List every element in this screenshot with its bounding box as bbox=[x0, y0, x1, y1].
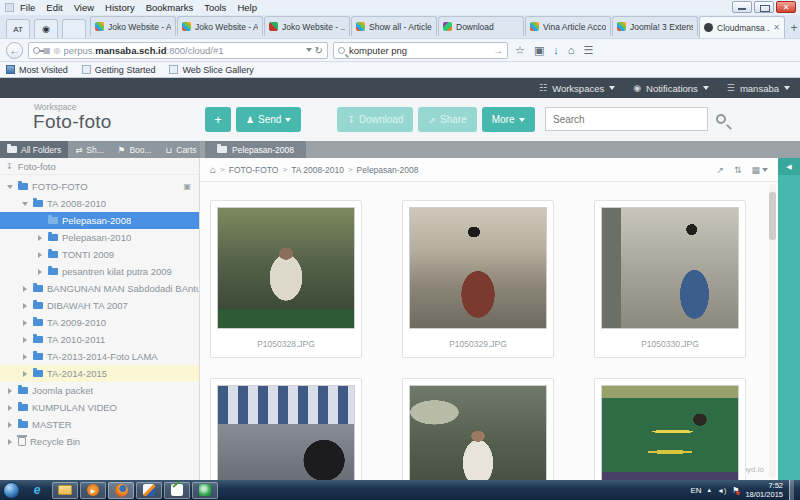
bookmark-star-icon[interactable]: ☆ bbox=[515, 44, 525, 57]
menu-file[interactable]: File bbox=[20, 2, 35, 13]
url-bar[interactable]: ▦ ◎ perpus.mansaba.sch.id:800/cloud/#1 ↻ bbox=[28, 42, 328, 59]
sidebar-tab-carts[interactable]: ⊔Carts bbox=[159, 141, 204, 158]
workspace-search-icon[interactable] bbox=[716, 114, 726, 124]
home-icon[interactable]: ⌂ bbox=[568, 44, 575, 56]
language-indicator[interactable]: EN bbox=[690, 486, 701, 495]
expand-icon[interactable]: ↗ bbox=[716, 165, 724, 175]
tree-item-tonti-2009[interactable]: TONTI 2009 bbox=[0, 246, 199, 263]
tree-item-ta-2010-2011[interactable]: TA 2010-2011 bbox=[0, 331, 199, 348]
sort-icon[interactable]: ⇅ bbox=[734, 165, 742, 175]
photo-thumbnail[interactable] bbox=[601, 207, 739, 329]
file-card[interactable]: P1050328.JPG bbox=[210, 200, 362, 358]
sidebar-tab-sh[interactable]: ⇄Sh... bbox=[68, 141, 111, 158]
tree-down-arrow-icon[interactable] bbox=[21, 202, 29, 206]
collapse-panel-button[interactable]: ◀ bbox=[778, 158, 800, 175]
browser-tab[interactable]: Joomla! 3 Extensi... bbox=[612, 16, 698, 36]
scrollbar-thumb[interactable] bbox=[769, 192, 776, 240]
bookmark-item[interactable]: Getting Started bbox=[82, 65, 156, 75]
bookmarks-menu-icon[interactable]: ▣ bbox=[534, 44, 544, 57]
grid-view-icon[interactable]: ▦ bbox=[751, 165, 768, 175]
action-center-flag-icon[interactable]: ⚑ bbox=[732, 486, 739, 495]
taskbar-editor-icon[interactable] bbox=[164, 482, 190, 499]
tree-right-arrow-icon[interactable] bbox=[6, 439, 14, 445]
workspace-search-input[interactable] bbox=[545, 107, 708, 131]
tree-item-ta-2008-2010[interactable]: TA 2008-2010 bbox=[0, 195, 199, 212]
clock[interactable]: 7:52 18/01/2015 bbox=[745, 481, 783, 500]
tree-right-arrow-icon[interactable] bbox=[21, 337, 29, 343]
pinned-tab-text[interactable]: AT bbox=[6, 19, 30, 38]
tree-down-arrow-icon[interactable] bbox=[6, 185, 14, 189]
tree-item-bangunan-man-sabdodadi-bantul-2011[interactable]: BANGUNAN MAN Sabdodadi BAntul 2011 bbox=[0, 280, 199, 297]
pinned-tab-blank[interactable] bbox=[62, 19, 86, 38]
menu-help[interactable]: Help bbox=[237, 2, 257, 13]
tree-right-arrow-icon[interactable] bbox=[21, 371, 29, 377]
file-card[interactable] bbox=[210, 378, 362, 480]
tree-right-arrow-icon[interactable] bbox=[21, 303, 29, 309]
browser-tab[interactable]: Cloudmansa ...✕ bbox=[699, 16, 785, 38]
new-tab-button[interactable]: + bbox=[788, 20, 800, 38]
taskbar-draw-icon[interactable] bbox=[192, 482, 218, 499]
tree-right-arrow-icon[interactable] bbox=[21, 286, 29, 292]
breadcrumb-home-icon[interactable]: ⌂ bbox=[210, 164, 216, 175]
browser-tab[interactable]: Vina Article Acco... bbox=[525, 16, 611, 36]
download-button[interactable]: ↧ Download bbox=[337, 107, 413, 132]
taskbar-ie-icon[interactable]: e bbox=[24, 482, 50, 499]
tree-item-dibawah-ta-2007[interactable]: DIBAWAH TA 2007 bbox=[0, 297, 199, 314]
browser-search-bar[interactable]: → bbox=[333, 42, 508, 59]
menu-tools[interactable]: Tools bbox=[204, 2, 226, 13]
maximize-button[interactable] bbox=[754, 1, 774, 13]
photo-thumbnail[interactable] bbox=[409, 207, 547, 329]
start-button[interactable] bbox=[3, 482, 20, 499]
user-menu[interactable]: ☰ mansaba bbox=[727, 83, 790, 94]
tree-item-ta-2014-2015[interactable]: TA-2014-2015 bbox=[0, 365, 199, 382]
menu-history[interactable]: History bbox=[105, 2, 135, 13]
tree-right-arrow-icon[interactable] bbox=[36, 252, 44, 258]
tree-right-arrow-icon[interactable] bbox=[21, 354, 29, 360]
menu-hamburger-icon[interactable]: ☰ bbox=[583, 44, 593, 57]
file-card[interactable]: P1050330.JPG bbox=[594, 200, 746, 358]
tree-right-arrow-icon[interactable] bbox=[36, 269, 44, 275]
breadcrumb-item[interactable]: TA 2008-2010 bbox=[291, 165, 344, 175]
breadcrumb-item[interactable]: FOTO-FOTO bbox=[229, 165, 279, 175]
sidebar-tab-boo[interactable]: ⚑Boo... bbox=[111, 141, 159, 158]
bookmark-item[interactable]: Web Slice Gallery bbox=[169, 65, 253, 75]
send-button[interactable]: ♟ Send bbox=[236, 107, 301, 132]
browser-search-input[interactable] bbox=[349, 45, 489, 56]
photo-thumbnail[interactable] bbox=[409, 385, 547, 480]
more-button[interactable]: More bbox=[482, 107, 535, 132]
browser-tab[interactable]: Show all - Article... bbox=[351, 16, 437, 36]
url-dropdown-icon[interactable] bbox=[306, 48, 312, 52]
tree-item-recycle-bin[interactable]: Recycle Bin bbox=[0, 433, 199, 450]
workspaces-menu[interactable]: ☷ Workspaces bbox=[539, 83, 615, 94]
browser-tab[interactable]: Joko Website - A... bbox=[90, 16, 176, 36]
workspace-root-item[interactable]: ↧ Foto-foto bbox=[0, 158, 199, 175]
file-card[interactable] bbox=[594, 378, 746, 480]
taskbar-player-icon[interactable]: ▶ bbox=[80, 482, 106, 499]
sidebar-tab-allfolders[interactable]: All Folders bbox=[0, 141, 68, 158]
breadcrumb-item[interactable]: Pelepasan-2008 bbox=[357, 165, 419, 175]
photo-thumbnail[interactable] bbox=[217, 385, 355, 480]
close-window-button[interactable]: ✕ bbox=[776, 1, 796, 13]
hidden-icons-arrow[interactable]: ▴ bbox=[708, 486, 712, 494]
reload-button[interactable]: ↻ bbox=[315, 45, 323, 56]
menu-bookmarks[interactable]: Bookmarks bbox=[146, 2, 194, 13]
browser-tab[interactable]: Download bbox=[438, 16, 524, 36]
tree-right-arrow-icon[interactable] bbox=[21, 320, 29, 326]
speaker-icon[interactable]: ◄) bbox=[717, 487, 726, 494]
tree-right-arrow-icon[interactable] bbox=[6, 422, 14, 428]
search-go-icon[interactable]: → bbox=[493, 45, 503, 56]
browser-tab[interactable]: Joko Website - A... bbox=[177, 16, 263, 36]
photo-thumbnail[interactable] bbox=[217, 207, 355, 329]
tree-item-ta-2013-2014-foto-lama[interactable]: TA-2013-2014-Foto LAMA bbox=[0, 348, 199, 365]
share-button[interactable]: ⇗ Share bbox=[418, 107, 476, 132]
file-card[interactable] bbox=[402, 378, 554, 480]
minimize-button[interactable] bbox=[732, 1, 752, 13]
photo-thumbnail[interactable] bbox=[601, 385, 739, 480]
bookmark-item[interactable]: Most Visited bbox=[6, 65, 68, 75]
file-card[interactable]: P1050329.JPG bbox=[402, 200, 554, 358]
tree-item-pelepasan-2008[interactable]: Pelepasan-2008 bbox=[0, 212, 199, 229]
tree-item-joomla-packet[interactable]: Joomla packet bbox=[0, 382, 199, 399]
menu-edit[interactable]: Edit bbox=[46, 2, 62, 13]
screen-share-icon[interactable]: ▣ bbox=[183, 182, 191, 191]
tree-right-arrow-icon[interactable] bbox=[6, 405, 14, 411]
